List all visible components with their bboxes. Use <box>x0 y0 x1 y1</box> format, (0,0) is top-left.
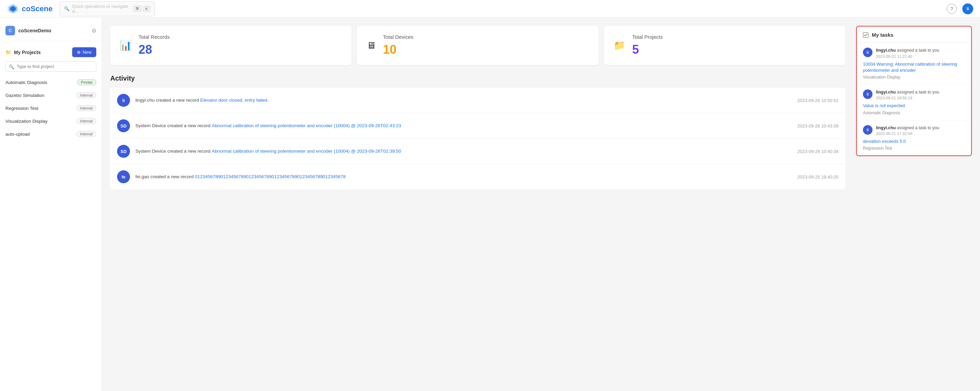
stat-icon: 📁 <box>614 40 625 51</box>
sidebar-project-item[interactable]: Regression TestInternal <box>0 102 102 115</box>
project-search-input[interactable] <box>5 61 96 72</box>
task-avatar: li <box>863 89 872 99</box>
activity-text: fei.gao created a new record <box>135 174 195 179</box>
task-item: li lingyi.chu assigned a task to you 202… <box>857 85 971 120</box>
activity-link[interactable]: Abnormal calibration of steering potenti… <box>212 149 401 154</box>
activity-text: lingyi.chu created a new record <box>135 98 200 103</box>
stat-label: Total Records <box>138 34 170 40</box>
stats-row: 📊 Total Records 28 🖥 Total Devices 10 📁 … <box>110 26 845 65</box>
activity-list: li lingyi.chu created a new record Eleva… <box>110 88 845 189</box>
tasks-panel-title: My tasks <box>872 32 893 38</box>
projects-label: 📁 My Projects <box>5 50 41 55</box>
activity-avatar: fe <box>117 170 130 183</box>
task-time: 2023-09-21 17:32:59 <box>876 131 965 136</box>
plus-icon: ⊕ <box>77 50 81 55</box>
task-project: Automatic Diagnosis <box>863 111 965 115</box>
task-info: lingyi.chu assigned a task to you 2023-0… <box>876 125 965 136</box>
activity-text: System Device created a new record <box>135 149 212 154</box>
new-project-button[interactable]: ⊕ New <box>72 47 96 57</box>
top-section: 📊 Total Records 28 🖥 Total Devices 10 📁 … <box>110 26 972 189</box>
search-shortcut: ⌘ K <box>133 5 150 12</box>
project-badge: Internal <box>76 131 96 137</box>
task-assigned-text: lingyi.chu assigned a task to you <box>876 47 965 54</box>
logo[interactable]: coScene <box>7 3 53 15</box>
stat-icon: 📊 <box>120 40 132 51</box>
stat-label: Total Devices <box>383 34 413 40</box>
tasks-header: My tasks <box>857 27 971 43</box>
task-project: Visualization Display <box>863 75 965 79</box>
stat-card: 🖥 Total Devices 10 <box>357 26 598 65</box>
sidebar-project-item[interactable]: auto-uploadInternal <box>0 128 102 141</box>
kbd-cmd: ⌘ <box>133 5 142 12</box>
activity-body: fei.gao created a new record 01234567890… <box>135 173 792 180</box>
workspace-name: coSceneDemo <box>18 28 51 33</box>
activity-item: li lingyi.chu created a new record Eleva… <box>110 88 845 113</box>
task-link[interactable]: deviation exceeds 5.0 <box>863 138 965 144</box>
task-time: 2023-09-21 18:55:19 <box>876 96 965 100</box>
settings-icon[interactable]: ⚙ <box>92 27 96 34</box>
activity-item: fe fei.gao created a new record 01234567… <box>110 164 845 189</box>
workspace-info: C coSceneDemo <box>5 26 51 35</box>
task-meta: li lingyi.chu assigned a task to you 202… <box>863 89 965 100</box>
new-button-label: New <box>83 50 92 55</box>
task-item: li lingyi.chu assigned a task to you 202… <box>857 120 971 156</box>
task-link[interactable]: Value is not expected <box>863 103 965 109</box>
global-search[interactable]: 🔍 Quick operations or navigate to... ⌘ K <box>60 2 155 16</box>
project-badge: Internal <box>76 105 96 111</box>
project-name: Visualization Display <box>5 119 48 124</box>
task-items: li lingyi.chu assigned a task to you 202… <box>857 43 971 155</box>
task-assigned-text: lingyi.chu assigned a task to you <box>876 125 965 131</box>
stat-card: 📊 Total Records 28 <box>110 26 352 65</box>
layout: C coSceneDemo ⚙ 📁 My Projects ⊕ New 🔍 Au… <box>0 18 980 391</box>
stat-info: Total Records 28 <box>138 34 170 57</box>
project-name: Gazebo Simulation <box>5 93 44 98</box>
activity-avatar: SD <box>117 119 130 132</box>
task-info: lingyi.chu assigned a task to you 2023-0… <box>876 47 965 59</box>
stat-card: 📁 Total Projects 5 <box>604 26 845 65</box>
task-link[interactable]: 10004 Warning: Abnormal calibration of s… <box>863 61 965 73</box>
activity-item: SD System Device created a new record Ab… <box>110 139 845 164</box>
project-list: Automatic DiagnosisPrivateGazebo Simulat… <box>0 76 102 141</box>
activity-avatar: li <box>117 94 130 107</box>
activity-title: Activity <box>110 74 845 82</box>
sidebar: C coSceneDemo ⚙ 📁 My Projects ⊕ New 🔍 Au… <box>0 18 102 391</box>
task-item: li lingyi.chu assigned a task to you 202… <box>857 43 971 85</box>
project-search[interactable]: 🔍 <box>5 61 96 72</box>
project-name: Automatic Diagnosis <box>5 80 47 85</box>
sidebar-project-item[interactable]: Automatic DiagnosisPrivate <box>0 76 102 89</box>
activity-link[interactable]: 0123456789012345678901234567890123456789… <box>195 174 346 179</box>
logo-icon <box>7 3 19 15</box>
tasks-checkbox-icon <box>863 32 869 38</box>
task-meta: li lingyi.chu assigned a task to you 202… <box>863 47 965 59</box>
search-icon: 🔍 <box>64 6 69 11</box>
user-avatar[interactable]: li <box>962 3 973 14</box>
workspace-header: C coSceneDemo ⚙ <box>0 23 102 41</box>
stat-icon: 🖥 <box>366 40 376 51</box>
activity-item: SD System Device created a new record Ab… <box>110 113 845 139</box>
sidebar-project-item[interactable]: Visualization DisplayInternal <box>0 115 102 128</box>
project-name: Regression Test <box>5 106 38 111</box>
activity-link[interactable]: Abnormal calibration of steering potenti… <box>212 123 401 128</box>
logo-text: coScene <box>22 5 53 13</box>
sidebar-project-item[interactable]: Gazebo SimulationInternal <box>0 89 102 102</box>
folder-icon: 📁 <box>5 50 11 55</box>
stat-value: 5 <box>632 43 663 57</box>
navbar: coScene 🔍 Quick operations or navigate t… <box>0 0 980 18</box>
activity-text: System Device created a new record <box>135 123 212 128</box>
stat-value: 10 <box>383 43 413 57</box>
activity-time: 2023-09-26 10:43:39 <box>797 123 838 128</box>
help-button[interactable]: ? <box>947 4 957 14</box>
search-placeholder-text: Quick operations or navigate to... <box>72 4 130 14</box>
navbar-right: ? li <box>947 3 973 14</box>
projects-header: 📁 My Projects ⊕ New <box>0 45 102 61</box>
activity-avatar: SD <box>117 145 130 158</box>
project-badge: Internal <box>76 118 96 124</box>
task-time: 2023-09-22 11:21:40 <box>876 54 965 59</box>
main-right: 📊 Total Records 28 🖥 Total Devices 10 📁 … <box>110 26 845 189</box>
activity-body: System Device created a new record Abnor… <box>135 122 792 129</box>
task-avatar: li <box>863 47 872 57</box>
search-icon: 🔍 <box>9 64 14 69</box>
workspace-avatar: C <box>5 26 15 35</box>
activity-link[interactable]: Elevator door closed, entry failed. <box>200 98 269 103</box>
task-avatar: li <box>863 125 872 135</box>
